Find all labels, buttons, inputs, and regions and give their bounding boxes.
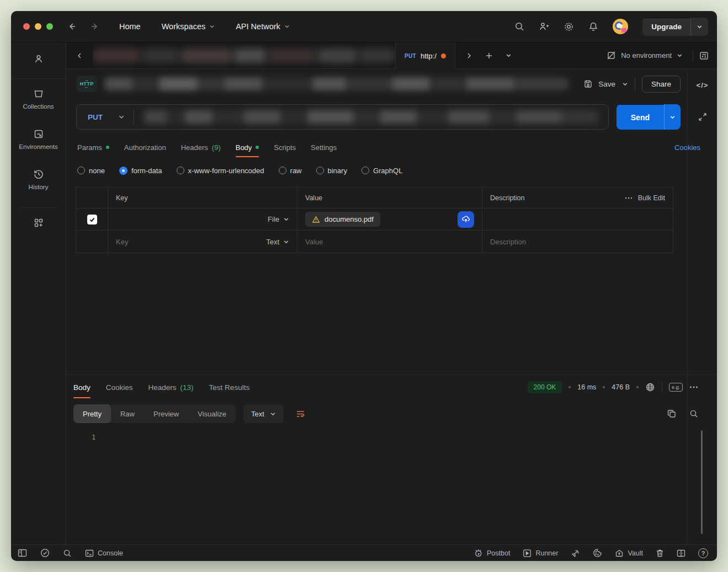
key-type-selector[interactable]: File <box>268 215 289 223</box>
code-snippet-icon[interactable]: </> <box>697 81 709 89</box>
postbot-button[interactable]: Postbot <box>474 548 510 558</box>
mode-form-data[interactable]: form-data <box>119 167 162 175</box>
save-as-example-icon[interactable]: e.g. <box>669 383 683 392</box>
send-button[interactable]: Send <box>617 104 664 130</box>
value-input-placeholder[interactable]: Value <box>305 238 323 246</box>
trash-icon[interactable] <box>656 549 664 558</box>
response-tab-test-results[interactable]: Test Results <box>209 375 250 399</box>
vault-button[interactable]: Vault <box>615 549 643 558</box>
runner-button[interactable]: Runner <box>523 549 558 558</box>
mode-binary[interactable]: binary <box>316 167 347 175</box>
toggle-sidebar-icon[interactable] <box>18 549 27 557</box>
forward-icon[interactable] <box>91 22 99 31</box>
nav-api-network-label: API Network <box>236 22 280 31</box>
response-format-selector[interactable]: Text <box>243 404 284 423</box>
search-icon[interactable] <box>514 22 524 31</box>
response-tab-body[interactable]: Body <box>73 375 91 399</box>
minimize-window-button[interactable] <box>35 23 41 30</box>
view-preview-button[interactable]: Preview <box>144 404 188 423</box>
method-selector[interactable]: PUT <box>77 113 118 121</box>
copy-icon[interactable] <box>667 409 676 418</box>
redacted-tab[interactable] <box>141 49 180 63</box>
nav-workspaces-label: Workspaces <box>162 22 206 31</box>
response-time[interactable]: 16 ms <box>577 383 596 391</box>
key-input-placeholder[interactable]: Key <box>116 238 128 246</box>
attached-file-chip[interactable]: documenso.pdf <box>305 212 380 227</box>
tab-scripts[interactable]: Scripts <box>274 135 296 159</box>
column-header-description: Description <box>490 194 525 202</box>
sidebar-item-environments[interactable]: Environments <box>19 129 57 150</box>
redacted-tab[interactable] <box>359 49 395 63</box>
environment-selector[interactable]: No environment <box>602 47 687 63</box>
redacted-url-input[interactable] <box>144 110 598 124</box>
tab-authorization[interactable]: Authorization <box>124 135 166 159</box>
help-icon[interactable]: ? <box>698 548 708 558</box>
mode-graphql[interactable]: GraphQL <box>362 167 402 175</box>
redacted-tab[interactable] <box>93 49 140 63</box>
maximize-window-button[interactable] <box>46 23 53 30</box>
back-icon[interactable] <box>67 22 76 31</box>
status-badge[interactable]: 200 OK <box>528 381 562 393</box>
sidebar-item-history[interactable]: History <box>29 169 49 190</box>
cookies-icon[interactable] <box>593 548 602 558</box>
method-chevron-icon[interactable] <box>118 114 134 120</box>
column-options-icon[interactable] <box>625 196 633 200</box>
view-visualize-button[interactable]: Visualize <box>188 404 236 423</box>
sidebar-item-profile[interactable] <box>33 54 44 65</box>
save-button[interactable]: Save <box>583 79 615 89</box>
response-body-editor[interactable]: 1 <box>66 428 717 544</box>
environment-quick-look-icon[interactable] <box>699 51 709 61</box>
tabs-scroll-left-button[interactable] <box>66 42 93 68</box>
save-options-chevron[interactable] <box>622 81 628 87</box>
nav-home[interactable]: Home <box>119 22 141 31</box>
tabs-scroll-right-button[interactable] <box>461 47 477 64</box>
redacted-tab[interactable] <box>234 49 267 63</box>
find-icon[interactable] <box>63 549 72 558</box>
mode-x-www-form-urlencoded[interactable]: x-www-form-urlencoded <box>177 167 264 175</box>
tab-settings[interactable]: Settings <box>311 135 337 159</box>
invite-user-icon[interactable] <box>539 22 549 31</box>
checks-status-icon[interactable] <box>40 548 50 558</box>
new-tab-button[interactable] <box>481 47 497 64</box>
redacted-tab[interactable] <box>317 49 358 63</box>
response-tab-headers[interactable]: Headers(13) <box>148 375 194 399</box>
nav-workspaces[interactable]: Workspaces <box>162 22 215 31</box>
network-globe-icon[interactable] <box>645 382 655 392</box>
mode-raw[interactable]: raw <box>279 167 302 175</box>
redacted-tab[interactable] <box>268 49 316 63</box>
sidebar-item-more-tools[interactable] <box>33 217 44 228</box>
nav-api-network[interactable]: API Network <box>236 22 290 31</box>
tab-options-chevron[interactable] <box>501 47 517 64</box>
tab-body[interactable]: Body <box>236 135 259 159</box>
response-tab-cookies[interactable]: Cookies <box>106 375 133 399</box>
view-raw-button[interactable]: Raw <box>111 404 144 423</box>
upgrade-button[interactable]: Upgrade <box>642 18 690 36</box>
active-request-tab[interactable]: PUT http:/ <box>395 42 455 69</box>
description-input-placeholder[interactable]: Description <box>490 238 526 246</box>
console-button[interactable]: Console <box>85 549 123 557</box>
key-type-selector[interactable]: Text <box>266 238 289 246</box>
response-size[interactable]: 476 B <box>612 383 630 391</box>
row-checkbox-checked[interactable] <box>87 215 97 224</box>
avatar[interactable] <box>613 19 628 34</box>
mode-none[interactable]: none <box>77 167 105 175</box>
autofit-arrows-icon[interactable] <box>698 113 707 121</box>
capture-requests-icon[interactable] <box>571 549 580 558</box>
tab-params[interactable]: Params <box>77 135 109 159</box>
settings-gear-icon[interactable] <box>564 22 574 32</box>
notifications-bell-icon[interactable] <box>588 22 598 32</box>
bulk-edit-button[interactable]: Bulk Edit <box>638 194 665 202</box>
view-pretty-button[interactable]: Pretty <box>73 404 111 423</box>
sidebar-item-collections[interactable]: Collections <box>23 88 54 110</box>
redacted-tab[interactable] <box>180 49 232 63</box>
upgrade-chevron-button[interactable] <box>690 18 708 36</box>
wrap-lines-icon[interactable] <box>291 404 310 423</box>
upload-file-button[interactable] <box>458 211 474 228</box>
split-panes-icon[interactable] <box>677 549 686 557</box>
no-environment-icon <box>607 51 616 60</box>
key-type-label: Text <box>266 238 279 246</box>
send-options-chevron[interactable] <box>664 104 681 130</box>
share-button[interactable]: Share <box>642 76 681 93</box>
tab-headers[interactable]: Headers(9) <box>181 135 221 159</box>
close-window-button[interactable] <box>23 23 30 30</box>
